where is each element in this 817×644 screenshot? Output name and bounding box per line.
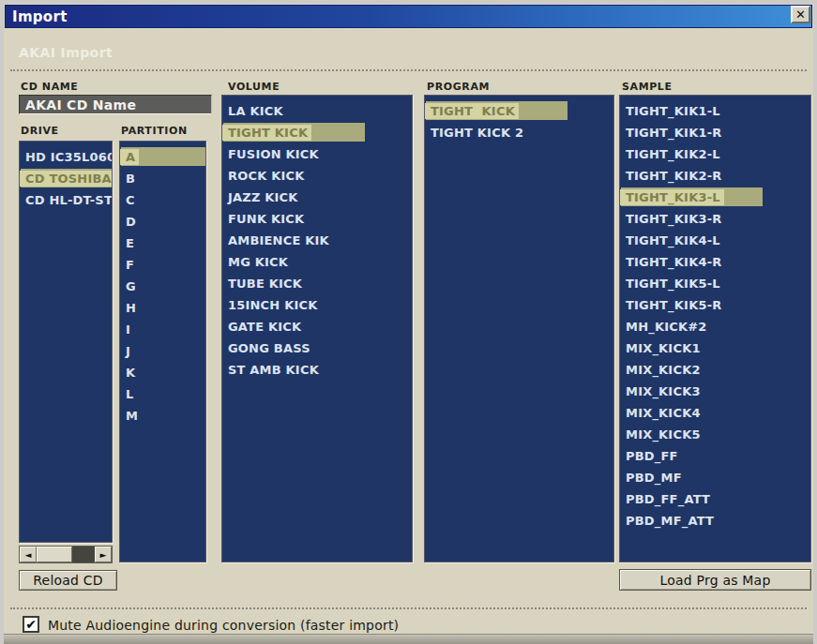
list-item[interactable]: L [120, 383, 205, 405]
list-item[interactable]: GONG BASS [222, 337, 412, 359]
reload-cd-button[interactable]: Reload CD [19, 570, 117, 591]
list-item[interactable]: TIGHT_KIK5-L [620, 273, 810, 294]
list-item[interactable]: C [120, 189, 205, 211]
list-item-label: E [120, 235, 138, 251]
list-item-label: A [120, 149, 139, 165]
list-item[interactable]: PBD_MF [620, 467, 810, 488]
list-item[interactable]: MIX_KICK5 [620, 424, 810, 445]
program-list: TIGHT KICKTIGHT KICK 2 [424, 95, 614, 562]
list-item[interactable]: TIGHT_KIK2-L [620, 143, 810, 165]
list-item[interactable]: HD IC35L060 [20, 146, 112, 168]
list-item-label: K [120, 365, 139, 381]
partition-label: PARTITION [121, 125, 188, 137]
list-item[interactable]: TIGHT KICK [425, 100, 613, 122]
list-item[interactable]: LA KICK [222, 100, 412, 122]
list-item-label: TIGHT KICK 2 [425, 125, 527, 141]
list-item[interactable]: A [120, 146, 205, 168]
close-icon[interactable]: ✕ [791, 6, 810, 23]
list-item[interactable]: PBD_FF_ATT [620, 488, 810, 510]
list-item-label: FUSION KICK [222, 146, 323, 162]
scrollbar-track[interactable] [72, 547, 95, 562]
list-item[interactable]: TIGHT_KIK1-R [620, 122, 810, 143]
titlebar[interactable]: Import [5, 5, 812, 28]
list-item[interactable]: TIGHT_KIK5-R [620, 294, 810, 316]
window-title: Import [6, 8, 68, 25]
list-item-label: TIGHT_KIK3-R [620, 211, 725, 227]
list-item[interactable]: G [120, 276, 205, 297]
list-item[interactable]: MIX_KICK1 [620, 337, 810, 359]
list-item[interactable]: I [120, 319, 205, 340]
list-item-label: FUNK KICK [222, 211, 308, 227]
list-item[interactable]: MH_KICK#2 [620, 316, 810, 337]
separator-bottom [10, 607, 807, 609]
list-item-label: TIGHT KICK [425, 103, 519, 119]
list-item[interactable]: GATE KICK [222, 316, 412, 337]
list-item[interactable]: PBD_MF_ATT [620, 510, 810, 532]
list-item[interactable]: MIX_KICK4 [620, 402, 810, 424]
list-item-label: LA KICK [222, 103, 287, 119]
list-item[interactable]: B [120, 168, 205, 189]
list-item[interactable]: E [120, 232, 205, 254]
list-item-label: MIX_KICK5 [620, 427, 704, 442]
list-item[interactable]: TUBE KICK [222, 273, 412, 294]
import-dialog: Import ✕ AKAI Import CD NAME VOLUME PROG… [0, 0, 817, 644]
list-item-label: MG KICK [222, 254, 292, 270]
list-item-label: HD IC35L060 [20, 149, 113, 165]
list-item[interactable]: MIX_KICK3 [620, 381, 810, 402]
scrollbar-thumb[interactable] [37, 547, 72, 562]
mute-audioengine-checkbox[interactable]: ✔ [23, 616, 39, 633]
list-item[interactable]: CD HL-DT-ST [20, 189, 112, 211]
list-item[interactable]: TIGHT_KIK3-R [620, 208, 810, 230]
load-prg-as-map-button[interactable]: Load Prg as Map [619, 569, 811, 591]
cd-name-field[interactable] [19, 95, 212, 114]
list-item-label: MH_KICK#2 [620, 319, 711, 335]
list-item-label: C [120, 192, 139, 208]
partition-list: ABCDEFGHIJKLM [119, 141, 206, 562]
list-item-label: CD HL-DT-ST [20, 192, 113, 208]
list-item[interactable]: TIGHT_KIK3-L [620, 187, 810, 208]
list-item-label: D [120, 214, 140, 230]
list-item-label: TIGHT KICK [222, 125, 311, 141]
list-item[interactable]: F [120, 254, 205, 276]
list-item-label: ROCK KICK [222, 168, 309, 184]
list-item[interactable]: TIGHT KICK 2 [425, 122, 613, 143]
drive-scrollbar: ◄ ► [19, 546, 113, 563]
volume-label: VOLUME [228, 81, 280, 93]
cd-name-label: CD NAME [21, 81, 78, 93]
list-item[interactable]: ST AMB KICK [222, 359, 412, 381]
scroll-right-icon[interactable]: ► [95, 547, 112, 562]
list-item[interactable]: TIGHT_KIK4-R [620, 251, 810, 273]
list-item[interactable]: AMBIENCE KIK [222, 230, 412, 251]
list-item-label: JAZZ KICK [222, 189, 302, 205]
list-item-label: ST AMB KICK [222, 362, 323, 378]
list-item-label: CD TOSHIBA [20, 171, 113, 187]
list-item[interactable]: FUSION KICK [222, 143, 412, 165]
list-item[interactable]: TIGHT_KIK2-R [620, 165, 810, 187]
list-item[interactable]: ROCK KICK [222, 165, 412, 187]
list-item-label: F [120, 257, 138, 273]
list-item-label: I [120, 322, 134, 337]
list-item[interactable]: JAZZ KICK [222, 187, 412, 208]
mute-audioengine-label: Mute Audioengine during conversion (fast… [48, 618, 399, 633]
list-item[interactable]: TIGHT_KIK4-L [620, 230, 810, 251]
list-item[interactable]: J [120, 340, 205, 362]
dialog-subtitle: AKAI Import [19, 45, 113, 60]
sample-list: TIGHT_KIK1-LTIGHT_KIK1-RTIGHT_KIK2-LTIGH… [619, 95, 811, 562]
list-item-label: TIGHT_KIK2-R [620, 168, 725, 184]
list-item[interactable]: MIX_KICK2 [620, 359, 810, 381]
list-item[interactable]: M [120, 405, 205, 427]
list-item[interactable]: TIGHT KICK [222, 122, 412, 143]
list-item[interactable]: FUNK KICK [222, 208, 412, 230]
list-item[interactable]: D [120, 211, 205, 232]
list-item[interactable]: CD TOSHIBA [20, 168, 112, 189]
list-item[interactable]: TIGHT_KIK1-L [620, 100, 810, 122]
list-item[interactable]: 15INCH KICK [222, 294, 412, 316]
list-item[interactable]: MG KICK [222, 251, 412, 273]
list-item-label: GONG BASS [222, 340, 314, 356]
list-item[interactable]: H [120, 297, 205, 319]
list-item[interactable]: K [120, 362, 205, 383]
list-item-label: B [120, 171, 139, 187]
list-item[interactable]: PBD_FF [620, 445, 810, 467]
list-item-label: MIX_KICK1 [620, 340, 704, 356]
scroll-left-icon[interactable]: ◄ [20, 547, 37, 562]
